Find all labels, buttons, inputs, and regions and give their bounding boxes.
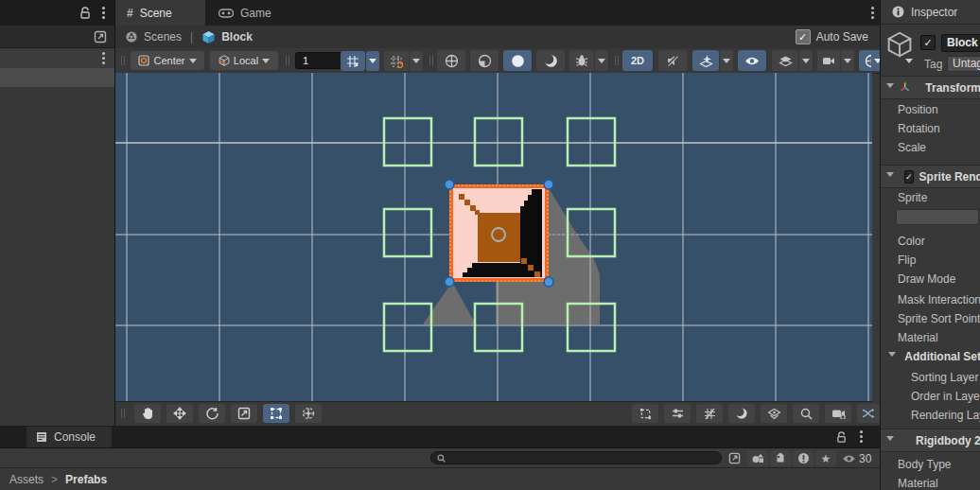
camera-settings-dropdown[interactable]: [841, 50, 854, 71]
property-row[interactable]: Body Type: [881, 456, 980, 473]
auto-save-checkbox[interactable]: ✓: [796, 29, 811, 44]
search-by-type-button[interactable]: [747, 450, 768, 466]
grid-hash-button[interactable]: [696, 404, 723, 423]
property-row[interactable]: Rendering Layer: [881, 407, 980, 424]
crescent-button[interactable]: [536, 50, 565, 71]
handle-orientation-dropdown[interactable]: Local: [210, 51, 278, 70]
property-row[interactable]: Material: [881, 329, 980, 346]
kebab-menu-icon[interactable]: [102, 11, 105, 14]
layers-button[interactable]: [772, 50, 798, 71]
camera-settings-button[interactable]: [817, 50, 840, 71]
unlocked-icon[interactable]: [79, 7, 91, 19]
rect-tool[interactable]: [263, 404, 289, 423]
scene-viewport[interactable]: [115, 73, 872, 402]
tab-console[interactable]: Console: [26, 427, 112, 447]
rect-overlay-button[interactable]: [632, 404, 658, 423]
search-input[interactable]: [430, 451, 722, 464]
breadcrumb-current[interactable]: Prefabs: [65, 473, 107, 486]
dot-sphere-button[interactable]: [503, 50, 532, 71]
property-row[interactable]: Color: [881, 233, 980, 250]
breadcrumb-root[interactable]: Assets: [9, 473, 44, 486]
layers-dropdown[interactable]: [799, 50, 813, 71]
snap-value-input[interactable]: 1: [295, 52, 343, 69]
popout-search-button[interactable]: [726, 450, 743, 466]
component-enabled-checkbox[interactable]: ✓: [904, 170, 914, 184]
chevron-down-icon: [369, 59, 376, 67]
favorites-button[interactable]: ★: [815, 450, 836, 466]
property-row[interactable]: Draw Mode: [881, 271, 980, 288]
effects-toggle-button[interactable]: [692, 50, 719, 71]
tag-dropdown[interactable]: Untagged: [947, 56, 980, 72]
property-row[interactable]: Sprite Sort Point: [881, 310, 980, 327]
effects-dropdown[interactable]: [720, 50, 733, 71]
visible-count[interactable]: 30: [842, 450, 871, 466]
chevron-down-icon: [844, 59, 851, 67]
grid-snap-button[interactable]: [341, 51, 365, 71]
tab-game[interactable]: Game: [207, 0, 292, 26]
kebab-menu-icon[interactable]: [871, 11, 874, 14]
increment-snap-dropdown[interactable]: [410, 51, 423, 71]
scale-tool[interactable]: [231, 404, 257, 423]
debug-bug-button[interactable]: [569, 50, 594, 71]
grid-snap-dropdown[interactable]: [366, 51, 379, 71]
property-row[interactable]: Order in Layer: [881, 388, 980, 405]
breadcrumb-root[interactable]: Scenes: [144, 30, 182, 44]
tab-scene[interactable]: # Scene: [115, 0, 205, 26]
gameobject-active-checkbox[interactable]: ✓: [920, 35, 936, 50]
popout-icon[interactable]: [94, 30, 107, 44]
additional-settings-foldout[interactable]: Additional Settings: [881, 348, 980, 365]
handle-position-dropdown[interactable]: Center: [131, 51, 204, 70]
cube-icon: [219, 55, 230, 66]
drag-handle[interactable]: [121, 56, 125, 65]
chevron-down-icon: [189, 59, 197, 67]
increment-snap-button[interactable]: [384, 51, 409, 71]
log-level-button[interactable]: [793, 450, 814, 466]
wireframe-sphere-button[interactable]: [437, 50, 465, 71]
property-row[interactable]: Sorting Layer: [881, 369, 980, 386]
gameobject-cube-icon[interactable]: [886, 31, 913, 58]
section-title: Sprite Renderer: [919, 170, 980, 184]
gameobject-name-field[interactable]: Block: [941, 34, 980, 52]
kebab-menu-icon[interactable]: [102, 57, 105, 60]
hand-tool[interactable]: [134, 404, 161, 423]
unlocked-icon[interactable]: [836, 431, 847, 443]
sliders-button[interactable]: [664, 404, 691, 423]
drag-handle[interactable]: [121, 409, 125, 418]
scenes-collection-icon: [125, 30, 138, 44]
search-by-type-icon: [752, 453, 764, 464]
move-tool[interactable]: [166, 404, 193, 423]
drag-handle[interactable]: [615, 56, 619, 65]
shaded-sphere-button[interactable]: [470, 50, 499, 71]
property-row[interactable]: Mask Interaction: [881, 291, 980, 308]
search-overlay-button[interactable]: [793, 404, 819, 423]
crescent-overlay-button[interactable]: [728, 404, 755, 423]
property-row[interactable]: Position: [881, 101, 980, 118]
chevron-down-icon[interactable]: [905, 59, 913, 67]
scene-visibility-button[interactable]: [738, 50, 766, 71]
transform-tool[interactable]: [295, 404, 322, 423]
rotate-tool[interactable]: [199, 404, 225, 423]
camera-overlay-button[interactable]: [825, 404, 851, 423]
property-row[interactable]: Material: [881, 475, 980, 490]
drag-handle[interactable]: [286, 56, 289, 65]
search-by-label-button[interactable]: [770, 450, 791, 466]
debug-bug-dropdown[interactable]: [595, 50, 608, 71]
transform-header[interactable]: Transform: [881, 76, 980, 99]
auto-save-label: Auto Save: [816, 30, 868, 44]
sprite-renderer-header[interactable]: ✓ Sprite Renderer: [881, 165, 980, 188]
audio-toggle-button[interactable]: [658, 50, 687, 71]
kebab-menu-icon[interactable]: [860, 435, 863, 438]
shuffle-button[interactable]: [857, 404, 880, 423]
2d-toggle-button[interactable]: 2D: [622, 50, 653, 71]
breadcrumb-current[interactable]: Block: [221, 30, 253, 44]
left-panel-selected-row[interactable]: [0, 68, 114, 87]
property-row[interactable]: Rotation: [881, 120, 980, 137]
rigidbody-header[interactable]: Rigidbody 2D: [881, 429, 980, 452]
inspector-tab[interactable]: Inspector: [881, 0, 980, 25]
property-row[interactable]: Scale: [881, 139, 980, 156]
favorites-star-icon: ★: [821, 453, 831, 464]
layers-diamond-button[interactable]: [761, 404, 787, 423]
sprite-object-field[interactable]: [896, 209, 979, 225]
drag-handle[interactable]: [429, 56, 433, 65]
property-row[interactable]: Flip: [881, 252, 980, 269]
